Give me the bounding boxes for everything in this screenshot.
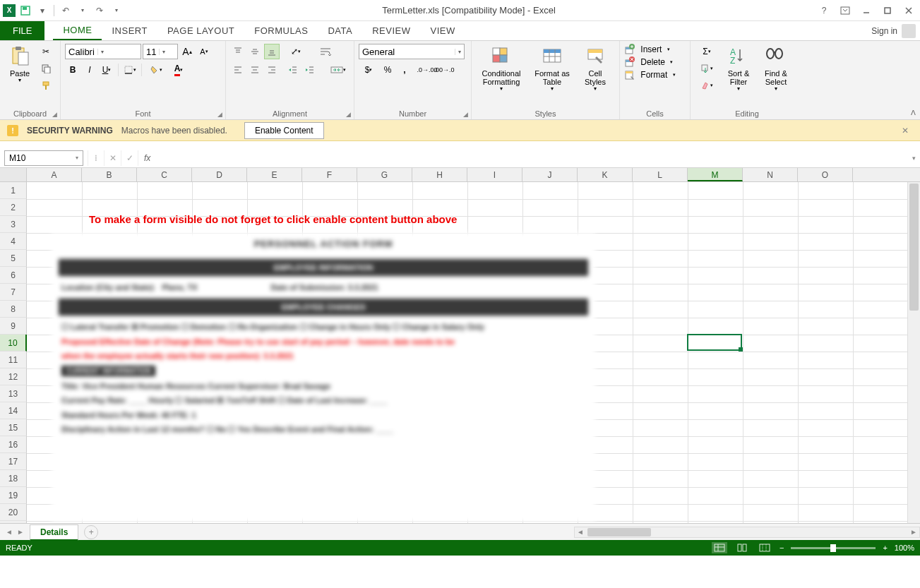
qat-undo-icon[interactable]: ↶ bbox=[59, 4, 73, 18]
clear-icon[interactable]: ▾ bbox=[695, 78, 719, 93]
decrease-indent-icon[interactable] bbox=[285, 62, 301, 78]
minimize-icon[interactable] bbox=[856, 3, 876, 18]
tab-insert[interactable]: INSERT bbox=[102, 21, 157, 40]
enable-content-button[interactable]: Enable Content bbox=[244, 122, 324, 139]
ribbon-options-icon[interactable] bbox=[835, 3, 855, 18]
percent-format-icon[interactable]: % bbox=[380, 62, 395, 78]
sign-in[interactable]: Sign in bbox=[867, 21, 920, 40]
zoom-level[interactable]: 100% bbox=[895, 544, 914, 552]
row-header[interactable]: 14 bbox=[0, 402, 27, 419]
row-header[interactable]: 1 bbox=[0, 182, 27, 199]
horizontal-scrollbar[interactable]: ◄► bbox=[574, 527, 920, 538]
row-header[interactable]: 3 bbox=[0, 216, 27, 233]
shrink-font-icon[interactable]: A▾ bbox=[196, 44, 212, 59]
worksheet-grid[interactable]: ABCDEFGHIJKLMNO 123456789101112131415161… bbox=[0, 168, 920, 523]
column-header[interactable]: H bbox=[412, 168, 467, 181]
column-header[interactable]: M bbox=[688, 168, 743, 181]
underline-button[interactable]: U▾ bbox=[99, 62, 114, 78]
align-bottom-icon[interactable] bbox=[264, 44, 280, 59]
name-box[interactable]: M10 ▾ bbox=[4, 150, 83, 166]
row-header[interactable]: 13 bbox=[0, 385, 27, 402]
qat-redo-dropdown[interactable]: ▾ bbox=[109, 4, 124, 18]
add-sheet-button[interactable]: + bbox=[84, 525, 98, 539]
row-header[interactable]: 6 bbox=[0, 267, 27, 284]
decrease-decimal-icon[interactable]: .00→.0 bbox=[436, 62, 452, 78]
align-left-icon[interactable] bbox=[230, 62, 246, 78]
formula-cancel-icon[interactable]: ⁞ bbox=[88, 150, 104, 166]
normal-view-icon[interactable] bbox=[712, 542, 727, 553]
sheet-nav-next[interactable]: ► bbox=[16, 528, 25, 536]
insert-cells-button[interactable]: Insert ▾ bbox=[624, 44, 686, 55]
fill-color-button[interactable]: ▾ bbox=[145, 62, 167, 78]
accounting-format-icon[interactable]: $▾ bbox=[359, 62, 378, 78]
sheet-tab-details[interactable]: Details bbox=[30, 524, 78, 541]
align-top-icon[interactable] bbox=[230, 44, 246, 59]
column-header[interactable]: F bbox=[302, 168, 357, 181]
delete-cells-button[interactable]: Delete ▾ bbox=[624, 56, 686, 68]
font-family-combo[interactable]: Calibri▾ bbox=[65, 44, 141, 59]
collapse-ribbon-icon[interactable]: ᐱ bbox=[911, 109, 916, 116]
paste-button[interactable]: Paste ▾ bbox=[4, 44, 35, 85]
row-header[interactable]: 11 bbox=[0, 352, 27, 368]
alignment-dialog-launcher[interactable]: ◢ bbox=[346, 111, 351, 118]
find-select-button[interactable]: Find & Select▾ bbox=[758, 44, 794, 94]
fill-icon[interactable]: ▾ bbox=[695, 61, 719, 76]
grow-font-icon[interactable]: A▴ bbox=[179, 44, 195, 59]
autosum-icon[interactable]: Σ▾ bbox=[695, 44, 719, 59]
cell-styles-button[interactable]: Cell Styles▾ bbox=[578, 44, 613, 94]
qat-save-icon[interactable] bbox=[18, 4, 32, 18]
select-all-corner[interactable] bbox=[0, 168, 27, 181]
row-header[interactable]: 17 bbox=[0, 453, 27, 470]
row-header[interactable]: 16 bbox=[0, 436, 27, 453]
column-header[interactable]: I bbox=[467, 168, 522, 181]
border-button[interactable]: ▾ bbox=[122, 62, 138, 78]
column-header[interactable]: B bbox=[82, 168, 137, 181]
tab-review[interactable]: REVIEW bbox=[362, 21, 420, 40]
formula-input[interactable] bbox=[156, 150, 907, 166]
fx-icon[interactable]: fx bbox=[138, 153, 156, 163]
align-right-icon[interactable] bbox=[264, 62, 280, 78]
row-header[interactable]: 8 bbox=[0, 301, 27, 318]
align-center-icon[interactable] bbox=[247, 62, 263, 78]
column-header[interactable]: K bbox=[578, 168, 633, 181]
column-header[interactable]: N bbox=[743, 168, 798, 181]
sort-filter-button[interactable]: AZ Sort & Filter▾ bbox=[722, 44, 755, 94]
copy-icon[interactable] bbox=[38, 61, 54, 76]
number-format-combo[interactable]: General▾ bbox=[359, 44, 465, 59]
page-break-view-icon[interactable] bbox=[757, 542, 772, 553]
increase-decimal-icon[interactable]: .0→.00 bbox=[419, 62, 435, 78]
tab-formulas[interactable]: FORMULAS bbox=[244, 21, 318, 40]
font-dialog-launcher[interactable]: ◢ bbox=[217, 111, 222, 118]
merge-center-icon[interactable]: ▾ bbox=[328, 62, 349, 78]
column-header[interactable]: C bbox=[137, 168, 192, 181]
column-header[interactable]: L bbox=[633, 168, 688, 181]
close-icon[interactable] bbox=[899, 3, 919, 18]
tab-data[interactable]: DATA bbox=[318, 21, 362, 40]
bold-button[interactable]: B bbox=[65, 62, 80, 78]
conditional-formatting-button[interactable]: Conditional Formatting▾ bbox=[476, 44, 527, 94]
formula-expand-icon[interactable]: ▾ bbox=[907, 155, 920, 162]
column-header[interactable]: A bbox=[27, 168, 82, 181]
row-header[interactable]: 19 bbox=[0, 487, 27, 504]
vertical-scrollbar[interactable] bbox=[907, 182, 920, 523]
qat-undo-dropdown[interactable]: ▾ bbox=[76, 4, 90, 18]
font-color-button[interactable]: A▾ bbox=[168, 62, 189, 78]
row-header[interactable]: 4 bbox=[0, 233, 27, 250]
zoom-slider[interactable] bbox=[791, 547, 876, 549]
file-tab[interactable]: FILE bbox=[0, 21, 44, 40]
row-header[interactable]: 2 bbox=[0, 199, 27, 216]
selected-cell[interactable] bbox=[687, 334, 742, 351]
maximize-icon[interactable] bbox=[878, 3, 897, 18]
column-header[interactable]: O bbox=[798, 168, 853, 181]
font-size-combo[interactable]: 11▾ bbox=[143, 44, 178, 59]
number-dialog-launcher[interactable]: ◢ bbox=[463, 111, 468, 118]
clipboard-dialog-launcher[interactable]: ◢ bbox=[52, 111, 57, 118]
formula-cancel-icon[interactable]: ✕ bbox=[104, 150, 121, 166]
qat-dropdown-icon[interactable]: ▾ bbox=[35, 4, 49, 18]
row-header[interactable]: 21 bbox=[0, 521, 27, 523]
row-header[interactable]: 18 bbox=[0, 470, 27, 487]
qat-redo-icon[interactable]: ↷ bbox=[92, 4, 107, 18]
zoom-out-button[interactable]: − bbox=[779, 544, 784, 552]
row-header[interactable]: 20 bbox=[0, 504, 27, 521]
orientation-icon[interactable]: ⤢▾ bbox=[285, 44, 306, 59]
